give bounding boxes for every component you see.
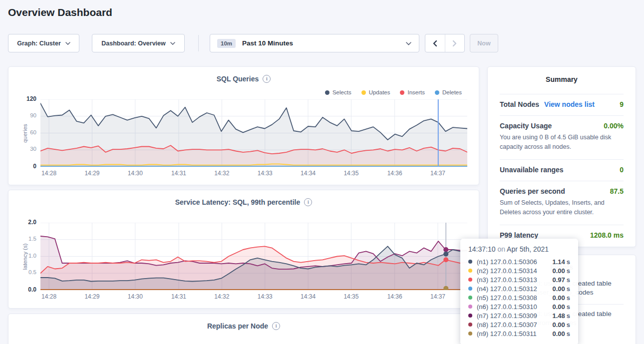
- chart-title: Replicas per Node: [207, 322, 268, 330]
- chevron-down-icon: [170, 42, 175, 45]
- latency-unit: s: [567, 276, 570, 284]
- node-latency-value: 0.00: [552, 294, 565, 302]
- latency-chart-svg: [40, 223, 467, 290]
- summary-row-total-nodes: Total Nodes View nodes list 9: [500, 94, 624, 115]
- time-range-selector[interactable]: 10m Past 10 Minutes: [210, 34, 419, 52]
- node-address: (n3) 127.0.0.1:50313: [477, 276, 552, 284]
- summary-row-unavailable-ranges: Unavailable ranges 0: [500, 159, 624, 181]
- page-title: Overview Dashboard: [8, 6, 112, 18]
- chart-legend: SelectsUpdatesInsertsDeletes: [325, 89, 462, 95]
- x-axis-tick: 14:28: [34, 293, 64, 300]
- latency-unit: s: [567, 285, 570, 293]
- latency-unit: s: [567, 303, 570, 311]
- latency-unit: s: [567, 321, 570, 329]
- y-axis-tick: 120: [8, 95, 36, 102]
- view-nodes-list-link[interactable]: View nodes list: [544, 100, 595, 108]
- p99-latency-label: P99 latency: [500, 231, 538, 239]
- latency-unit: s: [567, 267, 570, 275]
- info-icon[interactable]: i: [272, 322, 280, 330]
- sql-queries-chart-card: SQL Queriesi SelectsUpdatesInsertsDelete…: [8, 66, 479, 185]
- x-axis-tick: 14:35: [336, 170, 366, 177]
- x-axis-tick: 14:33: [250, 293, 280, 300]
- x-axis-tick: 14:34: [293, 170, 323, 177]
- time-nav-group: [425, 34, 465, 52]
- x-axis-tick: 14:29: [77, 293, 107, 300]
- node-address: (n1) 127.0.0.1:50306: [477, 258, 552, 266]
- sql-queries-plot[interactable]: 030609012014:2814:2914:3014:3114:3214:33…: [8, 99, 480, 179]
- node-color-dot: [468, 305, 472, 309]
- latency-unit: s: [567, 294, 570, 302]
- p99-latency-value: 1208.0 ms: [590, 231, 624, 239]
- node-address: (n6) 127.0.0.1:50310: [477, 303, 552, 311]
- node-latency-value: 0.00: [552, 321, 565, 329]
- y-axis-tick: 90: [8, 112, 36, 118]
- node-address: (n9) 127.0.0.1:50311: [477, 330, 552, 338]
- chevron-left-icon: [432, 40, 438, 47]
- y-axis-tick: 0.0: [8, 286, 36, 293]
- summary-title: Summary: [500, 75, 624, 83]
- info-icon[interactable]: i: [263, 75, 271, 83]
- chart-tooltip: 14:37:10 on Apr 5th, 2021 (n1) 127.0.0.1…: [460, 239, 578, 344]
- time-range-badge: 10m: [217, 39, 236, 48]
- latency-unit: s: [567, 330, 570, 338]
- node-latency-value: 0.00: [552, 285, 565, 293]
- graph-dropdown[interactable]: Graph: Cluster: [8, 34, 79, 52]
- legend-dot: [361, 90, 366, 95]
- legend-item-inserts: Inserts: [400, 89, 425, 95]
- y-axis-tick: 60: [8, 129, 36, 135]
- tooltip-node-row: (n2) 127.0.0.1:503140.00s: [468, 266, 570, 275]
- graph-dropdown-label: Graph: Cluster: [17, 40, 61, 47]
- sql-chart-svg: [40, 99, 467, 167]
- info-icon[interactable]: i: [304, 198, 312, 206]
- node-address: (n8) 127.0.0.1:50307: [477, 321, 552, 329]
- total-nodes-label: Total Nodes: [500, 100, 539, 108]
- legend-label: Updates: [369, 89, 390, 95]
- legend-dot: [400, 90, 404, 95]
- latency-unit: s: [567, 312, 570, 320]
- chevron-down-icon: [406, 42, 411, 45]
- x-axis-tick: 14:32: [207, 293, 237, 300]
- x-axis-tick: 14:29: [77, 170, 107, 177]
- total-nodes-value: 9: [620, 100, 624, 108]
- qps-label: Queries per second: [500, 187, 565, 195]
- legend-item-selects: Selects: [325, 89, 351, 95]
- service-latency-plot[interactable]: 0.00.51.01.52.014:2814:2914:3014:3114:32…: [8, 223, 480, 303]
- time-range-label: Past 10 Minutes: [242, 39, 293, 47]
- tooltip-node-row: (n8) 127.0.0.1:503070.00s: [468, 320, 570, 329]
- y-axis-tick: 1.0: [8, 253, 36, 259]
- node-address: (n2) 127.0.0.1:50314: [477, 267, 552, 275]
- summary-row-qps: Queries per second 87.5 Sum of Selects, …: [500, 181, 624, 225]
- x-axis-tick: 14:37: [423, 293, 453, 300]
- replicas-per-node-chart-card: Replicas per Nodei: [8, 314, 479, 344]
- y-axis-tick: 0: [8, 163, 36, 170]
- toolbar-divider: [198, 35, 199, 51]
- node-color-dot: [468, 287, 472, 291]
- y-axis-tick: 2.0: [8, 219, 36, 226]
- legend-dot: [325, 90, 329, 95]
- dashboard-dropdown[interactable]: Dashboard: Overview: [92, 34, 185, 52]
- tooltip-node-row: (n4) 127.0.0.1:503120.00s: [468, 284, 570, 293]
- node-color-dot: [468, 269, 472, 273]
- node-address: (n7) 127.0.0.1:50309: [477, 312, 552, 320]
- summary-row-capacity: Capacity Usage 0.00% You are using 0 B o…: [500, 115, 624, 159]
- summary-panel: Summary Total Nodes View nodes list 9 Ca…: [487, 66, 636, 247]
- tooltip-node-row: (n3) 127.0.0.1:503130.97s: [468, 275, 570, 284]
- capacity-description: You are using 0 B of 4.5 GiB usable disk…: [500, 133, 624, 152]
- x-axis-tick: 14:31: [164, 293, 194, 300]
- time-prev-button[interactable]: [425, 34, 445, 52]
- node-latency-value: 1.14: [552, 258, 565, 266]
- unavailable-ranges-value: 0: [620, 166, 624, 174]
- node-latency-value: 0.00: [552, 303, 565, 311]
- x-axis-tick: 14:33: [250, 170, 280, 177]
- qps-value: 87.5: [610, 187, 624, 195]
- node-latency-value: 0.00: [552, 267, 565, 275]
- node-color-dot: [468, 314, 472, 318]
- node-address: (n4) 127.0.0.1:50312: [477, 285, 552, 293]
- x-axis-tick: 14:36: [380, 170, 410, 177]
- dashboard-dropdown-label: Dashboard: Overview: [101, 40, 166, 47]
- time-next-button[interactable]: [445, 34, 464, 52]
- unavailable-ranges-label: Unavailable ranges: [500, 166, 564, 174]
- legend-item-deletes: Deletes: [435, 89, 462, 95]
- now-button[interactable]: Now: [470, 34, 498, 52]
- legend-item-updates: Updates: [361, 89, 390, 95]
